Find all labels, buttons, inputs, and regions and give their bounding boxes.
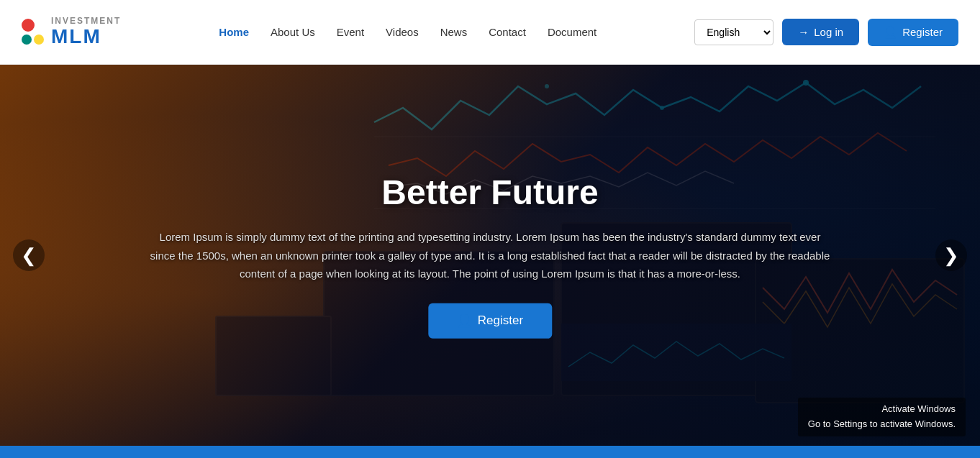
logo-text: INVESTMENT MLM [51, 17, 121, 48]
nav-link-contact[interactable]: Contact [489, 26, 526, 38]
nav-link-event[interactable]: Event [337, 26, 364, 38]
nav-item-videos[interactable]: Videos [386, 26, 419, 39]
register-button-nav[interactable]: 👤 Register [868, 19, 958, 46]
win-activate-line1: Activate Windows [808, 402, 956, 417]
logo-mlm-label: MLM [51, 26, 121, 48]
nav-item-document[interactable]: Document [548, 26, 596, 39]
carousel-arrow-right[interactable]: ❯ [935, 239, 967, 271]
carousel-arrow-left[interactable]: ❮ [13, 239, 45, 271]
register-icon-nav: 👤 [884, 26, 897, 39]
nav-item-about[interactable]: About Us [271, 26, 315, 39]
logo-investment-label: INVESTMENT [51, 17, 121, 26]
login-button[interactable]: → Log in [782, 19, 859, 45]
hero-register-icon: 👤 [457, 313, 472, 328]
hero-title: Better Future [147, 173, 832, 212]
logo-dots-row [22, 35, 44, 45]
hero-section: Better Future Lorem Ipsum is simply dumm… [0, 65, 980, 446]
hero-register-button[interactable]: 👤 Register [428, 303, 552, 338]
logo-icon [22, 19, 44, 45]
dot-red [22, 19, 35, 32]
nav-links: Home About Us Event Videos News Contact … [219, 26, 596, 39]
dot-yellow [34, 35, 44, 45]
register-label-nav: Register [902, 26, 943, 38]
arrow-right-icon: ❯ [943, 244, 959, 267]
win-activate-line2: Go to Settings to activate Windows. [808, 417, 956, 432]
nav-link-videos[interactable]: Videos [386, 26, 419, 38]
nav-item-news[interactable]: News [440, 26, 468, 39]
login-icon: → [798, 26, 809, 38]
windows-activate-notice: Activate Windows Go to Settings to activ… [798, 398, 966, 436]
nav-link-news[interactable]: News [440, 26, 468, 38]
nav-item-contact[interactable]: Contact [489, 26, 526, 39]
nav-item-home[interactable]: Home [219, 26, 249, 39]
hero-description: Lorem Ipsum is simply dummy text of the … [147, 228, 832, 283]
nav-link-home[interactable]: Home [219, 26, 249, 38]
navbar: INVESTMENT MLM Home About Us Event Video… [0, 0, 980, 65]
login-label: Log in [814, 26, 843, 38]
nav-link-document[interactable]: Document [548, 26, 596, 38]
language-select[interactable]: English French Spanish [694, 19, 773, 45]
nav-item-event[interactable]: Event [337, 26, 364, 39]
logo: INVESTMENT MLM [22, 17, 121, 48]
hero-content: Better Future Lorem Ipsum is simply dumm… [147, 173, 832, 339]
dot-teal [22, 35, 32, 45]
nav-right: English French Spanish → Log in 👤 Regist… [694, 19, 958, 46]
nav-link-about[interactable]: About Us [271, 26, 315, 38]
hero-register-label: Register [478, 313, 523, 328]
bottom-bar: Investment Fully Encrypted Instant Payou… [0, 446, 980, 458]
arrow-left-icon: ❮ [21, 244, 37, 267]
